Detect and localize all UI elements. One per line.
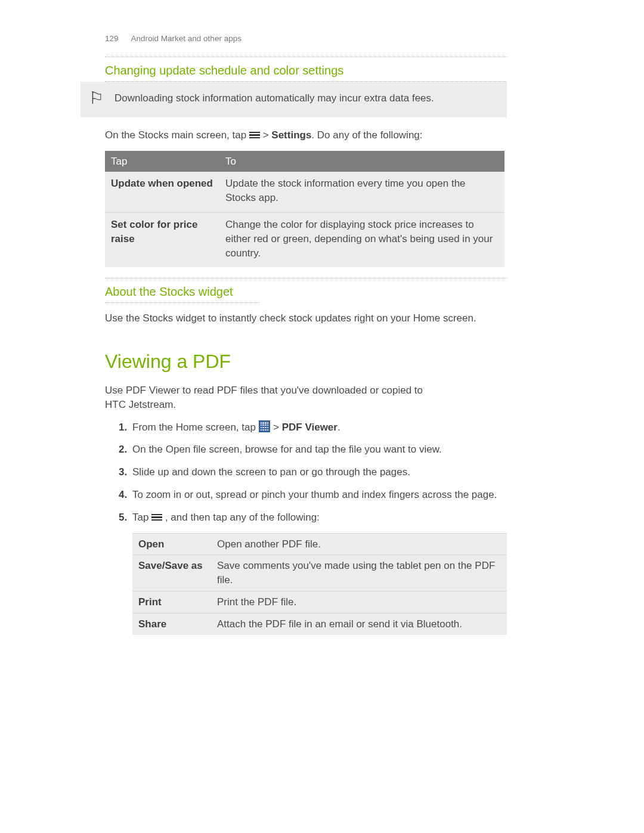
cell-opt: Save/Save as bbox=[132, 555, 211, 592]
table-row: Open Open another PDF file. bbox=[132, 533, 507, 555]
cell-desc: Open another PDF file. bbox=[211, 533, 507, 555]
table-header-row: Tap To bbox=[105, 151, 504, 172]
section-title-about: About the Stocks widget bbox=[105, 278, 507, 302]
settings-label: Settings bbox=[271, 129, 311, 141]
cell-tap: Set color for price raise bbox=[105, 213, 219, 268]
content-column-2: On the Stocks main screen, tap > Setting… bbox=[105, 128, 507, 635]
step-5: Tap , and then tap any of the following:… bbox=[130, 510, 507, 635]
cell-desc: Save comments you've made using the tabl… bbox=[211, 555, 507, 592]
step-3: Slide up and down the screen to pan or g… bbox=[130, 465, 507, 479]
intro-mid: > bbox=[263, 129, 272, 141]
step-4: To zoom in or out, spread or pinch your … bbox=[130, 488, 507, 502]
pdf-viewer-label: PDF Viewer bbox=[282, 422, 338, 433]
pdf-options-table: Open Open another PDF file. Save/Save as… bbox=[132, 533, 507, 635]
callout-text: Downloading stock information automatica… bbox=[114, 89, 434, 106]
flag-icon: ⚐ bbox=[89, 90, 104, 107]
cell-to: Update the stock information every time … bbox=[219, 172, 504, 212]
cell-opt: Open bbox=[132, 533, 211, 555]
col-tap: Tap bbox=[105, 151, 219, 172]
divider-about-short bbox=[105, 302, 260, 303]
cell-to: Change the color for displaying stock pr… bbox=[219, 213, 504, 268]
col-to: To bbox=[219, 151, 504, 172]
step2-text: On the Open file screen, browse for and … bbox=[132, 444, 442, 455]
breadcrumb: Android Market and other apps bbox=[131, 34, 242, 43]
cell-tap: Update when opened bbox=[105, 172, 219, 212]
step-1: From the Home screen, tap > PDF Viewer. bbox=[130, 420, 507, 435]
page-header: 129 Android Market and other apps bbox=[105, 33, 507, 45]
page-number: 129 bbox=[105, 34, 119, 43]
cell-opt: Print bbox=[132, 592, 211, 614]
table-row: Save/Save as Save comments you've made u… bbox=[132, 555, 507, 592]
step1-mid: > bbox=[273, 422, 282, 433]
step1-pre: From the Home screen, tap bbox=[132, 422, 259, 433]
heading-viewing-pdf: Viewing a PDF bbox=[105, 348, 507, 375]
page: 129 Android Market and other apps Changi… bbox=[0, 0, 644, 833]
step4-text: To zoom in or out, spread or pinch your … bbox=[132, 489, 497, 500]
step1-post: . bbox=[338, 422, 340, 433]
menu-icon bbox=[249, 130, 260, 140]
widget-paragraph: Use the Stocks widget to instantly check… bbox=[105, 311, 507, 326]
section-title-changing: Changing update schedule and color setti… bbox=[105, 57, 507, 81]
step5-post: , and then tap any of the following: bbox=[165, 512, 320, 523]
apps-icon bbox=[259, 420, 271, 432]
pdf-intro: Use PDF Viewer to read PDF files that yo… bbox=[105, 383, 439, 412]
callout-data-fees: ⚐ Downloading stock information automati… bbox=[80, 82, 507, 117]
menu-icon bbox=[151, 512, 162, 522]
table-row: Share Attach the PDF file in an email or… bbox=[132, 613, 507, 634]
table-row: Print Print the PDF file. bbox=[132, 592, 507, 614]
settings-table: Tap To Update when opened Update the sto… bbox=[105, 151, 504, 268]
cell-desc: Print the PDF file. bbox=[211, 592, 507, 614]
table-row: Set color for price raise Change the col… bbox=[105, 213, 504, 268]
intro-pre: On the Stocks main screen, tap bbox=[105, 129, 249, 141]
step-2: On the Open file screen, browse for and … bbox=[130, 442, 507, 457]
content-column: 129 Android Market and other apps Changi… bbox=[105, 33, 507, 82]
table-row: Update when opened Update the stock info… bbox=[105, 172, 504, 212]
step3-text: Slide up and down the screen to pan or g… bbox=[132, 466, 410, 478]
cell-desc: Attach the PDF file in an email or send … bbox=[211, 613, 507, 634]
about-wrap: About the Stocks widget bbox=[105, 278, 507, 303]
cell-opt: Share bbox=[132, 613, 211, 634]
pdf-steps: From the Home screen, tap > PDF Viewer. … bbox=[105, 420, 507, 635]
step5-pre: Tap bbox=[132, 512, 151, 523]
settings-instruction: On the Stocks main screen, tap > Setting… bbox=[105, 128, 507, 143]
intro-post: . Do any of the following: bbox=[311, 129, 422, 141]
